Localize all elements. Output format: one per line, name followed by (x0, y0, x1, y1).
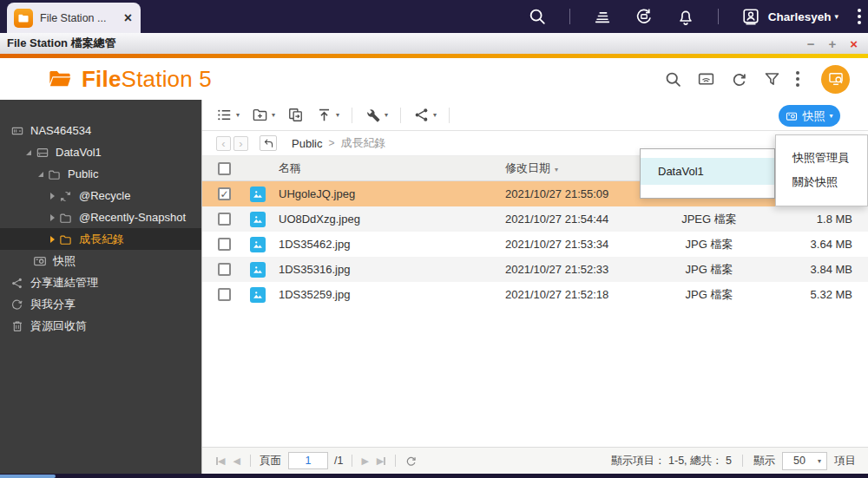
file-name: 1DS35316.jpg (279, 263, 505, 276)
trash-icon (10, 319, 24, 333)
page-size-select[interactable]: 50▾ (782, 452, 827, 470)
file-size: 3.84 MB (774, 263, 852, 276)
notifications-bell-icon[interactable] (676, 7, 695, 26)
pagination-divider (742, 455, 743, 467)
page-number-input[interactable] (288, 452, 328, 469)
collapse-caret-icon[interactable] (26, 150, 31, 155)
tab-title: File Station ... (40, 12, 124, 24)
file-name: UO8DdXzg.jpeg (279, 213, 505, 226)
last-page-button[interactable]: ▶ (377, 455, 385, 467)
file-size: 3.64 MB (774, 238, 852, 251)
row-checkbox[interactable]: ✓ (218, 263, 231, 276)
create-folder-button[interactable]: ▾ (252, 107, 275, 123)
qsirch-button[interactable] (821, 65, 850, 94)
topbar-divider (718, 9, 719, 24)
share-button[interactable]: ▾ (413, 107, 437, 123)
file-row[interactable]: ✓ 1DS35259.jpg 2021/10/27 21:52:18 JPG 檔… (202, 282, 868, 307)
sidebar-item-recently-snapshot[interactable]: @Recently-Snapshot (0, 206, 201, 228)
pagination-bar: ◀ ◀ 頁面 /1 ▶ ▶ 顯示項目： 1-5, 總共： 5 顯示 50▾ 項目 (202, 447, 868, 474)
menu-item-about-snapshot[interactable]: 關於快照 (776, 170, 867, 194)
refresh-list-icon[interactable] (404, 455, 418, 468)
folder-plus-icon (252, 107, 268, 123)
search-icon[interactable] (664, 70, 682, 88)
row-checkbox[interactable]: ✓ (218, 213, 231, 226)
select-all-checkbox[interactable]: ✓ (218, 162, 231, 175)
row-checkbox[interactable]: ✓ (218, 187, 231, 200)
desktop-bottom-strip (0, 474, 868, 478)
caret-down-icon: ▾ (433, 111, 437, 119)
file-toolbar: ▾ ▾ ▾ ▾ ▾ (202, 100, 868, 131)
tab-close-icon[interactable]: × (124, 11, 132, 25)
expand-caret-icon[interactable] (50, 236, 55, 243)
sidebar-item-nas[interactable]: NAS464534 (0, 120, 201, 141)
sidebar-item-recycle[interactable]: @Recycle (0, 185, 201, 206)
menu-item-snapshot-manager[interactable]: 快照管理員 (776, 146, 867, 170)
image-file-icon (250, 237, 266, 252)
file-row[interactable]: ✓ 1DS35462.jpg 2021/10/27 21:53:34 JPG 檔… (202, 232, 868, 257)
back-button[interactable]: ‹ (216, 136, 231, 151)
global-search-icon[interactable] (528, 7, 547, 26)
file-type: JPG 檔案 (644, 262, 774, 278)
sidebar-item-growth-records[interactable]: 成長紀錄 (0, 228, 201, 250)
expand-caret-icon[interactable] (50, 214, 55, 221)
app-header: FileStation 5 (0, 58, 868, 100)
next-page-button[interactable]: ▶ (361, 455, 368, 467)
caret-down-icon: ▾ (336, 111, 339, 119)
window-close-button[interactable]: × (850, 37, 858, 50)
folder-icon (59, 233, 72, 246)
collapse-caret-icon[interactable] (38, 172, 43, 177)
taskbar-accent (0, 475, 56, 478)
user-menu-caret-icon[interactable]: ▾ (834, 12, 838, 21)
go-up-button[interactable] (260, 135, 277, 151)
window-minimize-button[interactable]: − (807, 37, 815, 50)
file-modified: 2021/10/27 21:55:09 (505, 187, 644, 200)
items-label: 項目 (834, 454, 856, 468)
submenu-item-datavol1[interactable]: DataVol1 (641, 158, 774, 185)
file-station-logo: FileStation 5 (47, 58, 212, 100)
row-checkbox[interactable]: ✓ (218, 288, 231, 301)
background-tasks-icon[interactable] (593, 7, 612, 26)
file-row[interactable]: ✓ UO8DdXzg.jpeg 2021/10/27 21:54:44 JPEG… (202, 206, 868, 232)
user-badge-icon[interactable] (741, 7, 760, 26)
upload-button[interactable]: ▾ (316, 107, 339, 123)
column-header-modified[interactable]: 修改日期▾ (505, 160, 644, 176)
file-station-tab[interactable]: File Station ... × (7, 3, 141, 33)
column-header-name[interactable]: 名稱 (279, 160, 505, 176)
window-maximize-button[interactable]: + (828, 37, 836, 50)
view-mode-button[interactable]: ▾ (216, 107, 240, 123)
file-name: UHgoleJQ.jpeg (279, 187, 505, 200)
folder-icon (48, 168, 61, 181)
filter-icon[interactable] (763, 70, 781, 88)
row-checkbox[interactable]: ✓ (218, 238, 231, 251)
forward-button[interactable]: › (233, 136, 248, 151)
breadcrumb-root[interactable]: Public (292, 137, 322, 150)
user-menu[interactable]: Charlesyeh (768, 10, 832, 23)
upload-icon (316, 107, 332, 123)
sidebar-item-snapshot[interactable]: 快照 (0, 250, 201, 272)
expand-caret-icon[interactable] (50, 193, 55, 200)
file-row[interactable]: ✓ 1DS35316.jpg 2021/10/27 21:52:33 JPG 檔… (202, 257, 868, 282)
toolbar-divider (449, 108, 450, 123)
snapshot-button[interactable]: 快照 ▾ (779, 105, 840, 127)
tools-button[interactable]: ▾ (365, 107, 388, 123)
more-options-icon[interactable] (858, 9, 861, 24)
pagination-divider (250, 455, 251, 467)
sidebar-item-datavol1[interactable]: DataVol1 (0, 141, 201, 163)
return-arrow-icon (263, 138, 274, 149)
remote-display-icon[interactable] (697, 70, 715, 88)
file-modified: 2021/10/27 21:54:44 (505, 213, 644, 226)
first-page-button[interactable]: ◀ (216, 455, 225, 467)
caret-down-icon: ▾ (385, 111, 388, 119)
desktop-topbar: File Station ... × Charlesyeh ▾ (0, 0, 868, 33)
previous-page-button[interactable]: ◀ (233, 455, 240, 467)
copy-move-button[interactable] (287, 107, 304, 123)
sidebar-item-share-link-management[interactable]: 分享連結管理 (0, 272, 201, 293)
more-actions-icon[interactable] (796, 71, 799, 87)
sidebar-item-shared-with-me[interactable]: 與我分享 (0, 293, 201, 315)
refresh-icon[interactable] (730, 70, 748, 88)
sync-status-icon[interactable] (635, 7, 654, 26)
sidebar-item-recycle-bin[interactable]: 資源回收筒 (0, 315, 201, 337)
shared-with-me-icon (10, 298, 23, 311)
list-view-icon (216, 107, 233, 123)
sidebar-item-public[interactable]: Public (0, 163, 201, 185)
